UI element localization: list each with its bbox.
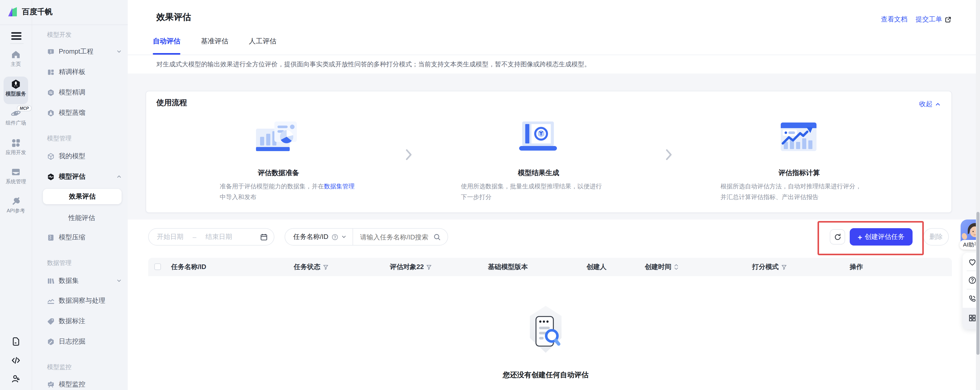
sidebar-item-model-eval[interactable]: 模型评估 <box>47 170 122 183</box>
mcp-badge: MCP <box>17 105 32 111</box>
sidebar-section-data-mgmt: 数据管理 <box>47 259 72 268</box>
external-link-icon <box>945 16 951 23</box>
sidebar-item-model-finetune[interactable]: 模型精调 <box>47 86 122 99</box>
log-hexagon-icon <box>47 338 55 345</box>
sidebar-item-label: 数据集 <box>59 276 79 285</box>
create-eval-task-label: 创建评估任务 <box>865 232 905 241</box>
search-icon[interactable] <box>433 233 448 241</box>
rail-item-api-reference[interactable]: API参考 <box>0 196 32 214</box>
page-description: 对生成式大模型的输出效果进行全方位评价，提供面向事实类或开放性问答的多种打分模式… <box>156 60 591 69</box>
column-create-time: 创建时间 <box>645 261 679 273</box>
sidebar-item-model-distill[interactable]: 模型蒸馏 <box>47 106 122 119</box>
date-range-picker[interactable]: 开始日期 – 结束日期 <box>148 228 274 246</box>
active-tab-underline <box>153 53 180 55</box>
document-icon[interactable] <box>11 337 21 346</box>
workflow-title: 使用流程 <box>156 98 187 108</box>
sidebar-section-model-dev: 模型开发 <box>47 31 72 39</box>
phone-contact-icon[interactable] <box>968 295 977 303</box>
create-eval-task-button[interactable]: + 创建评估任务 <box>850 228 913 246</box>
refresh-button[interactable] <box>830 229 845 244</box>
delete-label: 删除 <box>929 232 943 241</box>
topbar-divider <box>0 24 128 25</box>
step3-illustration <box>775 120 824 154</box>
sidebar-subitem-label: 性能评估 <box>68 214 95 222</box>
sidebar-item-label: 数据洞察与处理 <box>59 296 105 305</box>
column-task-name: 任务名称/ID <box>171 261 206 273</box>
scrollbar-thumb[interactable] <box>977 212 980 355</box>
select-all-checkbox[interactable] <box>154 263 161 270</box>
eval-hexagon-icon <box>47 173 55 181</box>
sort-icon[interactable] <box>674 264 679 270</box>
step1-desc-text2: 中导入和发布 <box>220 193 256 201</box>
sidebar-item-log-mining[interactable]: 日志挖掘 <box>47 335 122 348</box>
brand-logo[interactable]: 百度千帆 <box>7 6 52 17</box>
filter-icon[interactable] <box>323 264 329 270</box>
tab-auto-eval[interactable]: 自动评估 <box>153 37 180 46</box>
user-icon[interactable] <box>11 374 21 384</box>
rail-top-separator <box>10 43 24 44</box>
favorite-heart-icon[interactable] <box>968 258 977 266</box>
apps-grid-icon[interactable] <box>968 314 977 322</box>
filter-icon[interactable] <box>781 264 787 270</box>
chevron-up-icon <box>116 174 122 179</box>
qianfan-console: 百度千帆 主页 模型服务 MCP <box>0 0 980 390</box>
sidebar-item-label: Prompt工程 <box>59 47 94 56</box>
screen: 百度千帆 主页 模型服务 MCP <box>0 0 980 390</box>
inbox-icon <box>11 167 21 177</box>
sidebar-item-finetune-templates[interactable]: 精调样板 <box>47 65 122 79</box>
zip-file-icon <box>47 233 55 241</box>
sidebar-item-label: 数据标注 <box>59 317 85 326</box>
insight-chart-icon <box>47 297 55 304</box>
help-question-icon[interactable] <box>968 276 977 284</box>
rail-item-system-mgmt[interactable]: 系统管理 <box>0 167 32 185</box>
column-task-status: 任务状态 <box>294 261 329 273</box>
dataset-management-link[interactable]: 数据集管理 <box>324 183 355 190</box>
hamburger-menu-icon[interactable] <box>11 32 21 40</box>
sidebar-item-label: 模型蒸馏 <box>59 108 85 117</box>
step3-desc-text: 根据所选自动评估方法，自动对推理结果进行评分， <box>721 183 861 190</box>
header-links: 查看文档 提交工单 <box>881 15 951 24</box>
rail-item-app-dev[interactable]: 应用开发 <box>0 138 32 156</box>
date-start-placeholder: 开始日期 <box>157 232 183 241</box>
sidebar-item-label: 模型监控 <box>59 380 85 389</box>
collapse-label: 收起 <box>919 100 932 109</box>
sidebar-item-data-insight[interactable]: 数据洞察与处理 <box>47 294 122 307</box>
plus-icon: + <box>858 233 862 241</box>
sidebar-item-data-annotation[interactable]: 数据标注 <box>47 314 122 328</box>
tab-benchmark-eval[interactable]: 基准评估 <box>201 37 228 46</box>
sidebar-item-label: 模型压缩 <box>59 233 85 242</box>
date-separator: – <box>192 233 196 241</box>
filter-icon[interactable] <box>426 264 432 270</box>
rail-item-label: 模型服务 <box>0 91 32 97</box>
sidebar-item-datasets[interactable]: 数据集 <box>47 274 122 287</box>
step2-illustration <box>514 120 563 154</box>
search-field-select[interactable]: 任务名称/ID <box>285 229 352 245</box>
code-icon[interactable] <box>11 356 21 365</box>
rail-divider <box>32 0 32 390</box>
column-label: 任务名称/ID <box>171 262 206 271</box>
step2-title: 模型结果生成 <box>498 168 579 178</box>
tab-human-eval[interactable]: 人工评估 <box>249 37 277 46</box>
sidebar-item-prompt-engineering[interactable]: Prompt工程 <box>47 45 122 58</box>
cube-icon <box>47 152 55 160</box>
column-label: 基础模型版本 <box>488 262 528 271</box>
sidebar-subitem-performance-eval[interactable]: 性能评估 <box>68 213 95 223</box>
sidebar-item-model-compress[interactable]: 模型压缩 <box>47 231 122 244</box>
task-search-input[interactable] <box>353 233 433 241</box>
sidebar-item-label: 模型精调 <box>59 88 85 97</box>
view-docs-link[interactable]: 查看文档 <box>881 15 907 24</box>
rail-item-label: 组件广场 <box>0 120 32 126</box>
rail-item-model-services[interactable]: 模型服务 <box>0 79 32 97</box>
chevron-down-icon <box>116 278 122 283</box>
sidebar-item-my-models[interactable]: 我的模型 <box>47 149 122 163</box>
library-icon <box>47 277 55 285</box>
sidebar-subitem-effect-eval[interactable]: 效果评估 <box>43 189 122 204</box>
rail-item-home[interactable]: 主页 <box>0 49 32 67</box>
submit-ticket-link[interactable]: 提交工单 <box>916 15 942 24</box>
tab-divider <box>128 55 980 55</box>
collapse-toggle[interactable]: 收起 <box>919 100 941 109</box>
delete-button[interactable]: 删除 <box>923 228 949 246</box>
sidebar-item-model-monitor[interactable]: 模型监控 <box>47 378 122 390</box>
sidebar-section-model-mgmt: 模型管理 <box>47 134 72 143</box>
help-circle-icon <box>331 233 338 240</box>
